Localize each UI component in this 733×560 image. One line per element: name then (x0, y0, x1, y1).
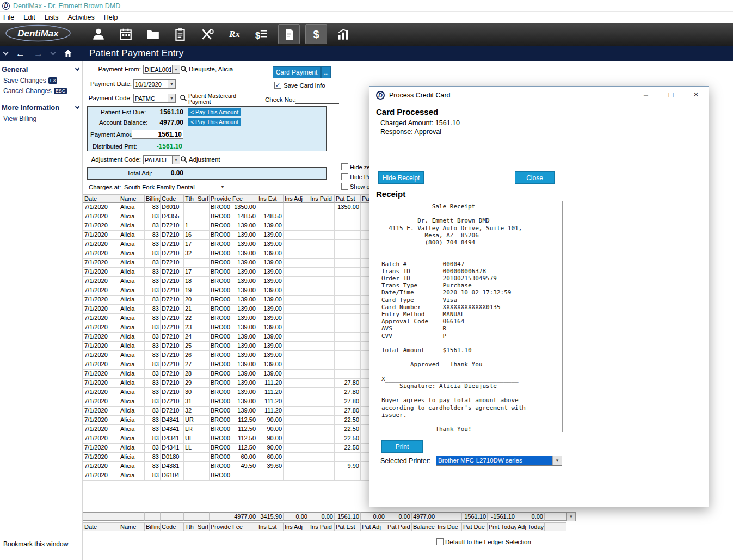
payment-icon[interactable]: $ (305, 24, 327, 44)
selected-printer-combo[interactable]: Brother MFC-L2710DW series ▼ (436, 456, 562, 466)
adjustment-code-dropdown-button[interactable]: ▼ (173, 155, 180, 164)
printer-dropdown-button[interactable]: ▼ (552, 456, 562, 465)
grid-cell: D7210 (161, 305, 184, 314)
forward-arrow-icon[interactable]: → (34, 49, 43, 58)
grid-cell: 7/1/2020 (83, 277, 119, 286)
ledger-icon[interactable]: $ (251, 24, 273, 44)
payment-code-input[interactable] (133, 94, 168, 103)
documents-icon[interactable] (142, 24, 164, 44)
maximize-button[interactable]: □ (658, 87, 683, 103)
grid-cell: 139.00 (257, 277, 284, 286)
adjustment-code-search-icon[interactable] (180, 156, 188, 165)
menu-item-file[interactable]: File (3, 14, 14, 21)
grid-cell: BRO00 (210, 221, 231, 231)
grid-cell (284, 277, 309, 286)
payment-amount-input[interactable] (132, 130, 183, 139)
grid-cell: 83 (145, 444, 161, 453)
hide-receipt-button[interactable]: Hide Receipt (378, 171, 424, 184)
statement-icon[interactable] (278, 24, 300, 44)
grid-cell: D4341 (161, 444, 184, 453)
total-adj-label: Total Adj: (109, 170, 152, 176)
grid-cell (196, 203, 210, 212)
default-ledger-checkbox[interactable] (436, 538, 444, 545)
card-payment-button[interactable]: Card Payment (273, 66, 321, 78)
forward-history-chevron-icon[interactable] (51, 50, 56, 55)
schedule-icon[interactable] (115, 24, 137, 44)
payment-code-dropdown-button[interactable]: ▼ (168, 94, 176, 103)
clipboard-icon[interactable] (169, 24, 191, 44)
nav-dropdown-chevron-icon[interactable] (3, 50, 9, 55)
grid-cell (196, 268, 210, 277)
grid-cell: Alicia (119, 221, 145, 231)
view-billing-label: View Billing (3, 115, 36, 122)
reports-icon[interactable] (332, 24, 354, 44)
grid-cell: 1350.00 (335, 203, 361, 212)
grid-cell: LL (184, 444, 196, 453)
hide-zero-label: Hide ze (350, 164, 370, 170)
payment-date-input[interactable] (133, 79, 168, 89)
sidebar-item-view-billing[interactable]: View Billing (0, 113, 82, 124)
sidebar-item-cancel-changes[interactable]: Cancel Changes ESC (0, 85, 82, 96)
grid-cell (309, 268, 335, 277)
adjustment-code-input[interactable] (143, 155, 173, 164)
hide-pe-checkbox[interactable] (341, 173, 348, 180)
home-icon[interactable] (63, 48, 73, 58)
menu-item-edit[interactable]: Edit (23, 14, 35, 21)
svg-text:DentiMax: DentiMax (17, 28, 59, 39)
pay-account-balance-button[interactable]: < Pay This Amount (188, 118, 241, 126)
save-card-info-checkbox[interactable]: ✓ (274, 82, 281, 89)
close-button[interactable]: Close (515, 171, 555, 184)
grid-cell (335, 277, 361, 286)
card-payment-options-button[interactable]: ... (321, 66, 331, 78)
grid-cell: 7/1/2020 (83, 342, 119, 351)
grid-cell (335, 249, 361, 259)
check-no-input[interactable] (295, 96, 339, 104)
grid-cell (184, 471, 196, 481)
pay-patient-est-due-button[interactable]: < Pay This Amount (188, 108, 241, 116)
grid-cell: 83 (145, 360, 161, 370)
menu-item-help[interactable]: Help (104, 14, 118, 21)
dialog-titlebar[interactable]: D Process Credit Card – □ × (369, 87, 709, 103)
payment-code-search-icon[interactable] (180, 94, 187, 104)
grid-cell: 83 (145, 203, 161, 212)
menu-item-activities[interactable]: Activities (67, 14, 94, 21)
minimize-button[interactable]: – (633, 87, 658, 103)
sidebar-section-general[interactable]: General (0, 64, 82, 75)
patient-icon[interactable] (88, 24, 109, 44)
grid-cell: 90.00 (257, 434, 284, 444)
grid-cell (284, 351, 309, 360)
charges-at-dropdown-button[interactable]: ▼ (220, 184, 225, 189)
grid-cell (309, 286, 335, 296)
grid-scroll-down-button[interactable]: ▼ (566, 512, 576, 521)
charges-at-value[interactable]: South Fork Family Dental (124, 184, 195, 190)
grid-cell: BRO00 (210, 268, 231, 277)
grid-cell (196, 407, 210, 416)
grid-cell: Alicia (119, 249, 145, 259)
payment-from-input[interactable] (143, 65, 173, 74)
hide-zero-checkbox[interactable] (341, 163, 348, 170)
grid-cell: 139.00 (257, 360, 284, 370)
grid-cell: 0.00 (284, 512, 309, 521)
grid-cell (196, 333, 210, 342)
menu-item-lists[interactable]: Lists (45, 14, 59, 21)
treatment-icon[interactable] (196, 24, 218, 44)
grid-cell (284, 342, 309, 351)
bookmark-this-window[interactable]: Bookmark this window (3, 540, 68, 548)
prescription-icon[interactable]: Rx (224, 24, 245, 44)
show-o-checkbox[interactable] (341, 183, 348, 190)
grid-cell: 83 (145, 296, 161, 305)
close-window-button[interactable]: × (683, 87, 709, 103)
payment-from-search-icon[interactable] (180, 65, 188, 75)
grid-cell: 1561.10 (335, 512, 361, 521)
grid-cell: 0.00 (361, 512, 386, 521)
back-arrow-icon[interactable]: ← (16, 49, 25, 58)
sidebar-section-more-information[interactable]: More Information (0, 102, 82, 113)
payment-from-dropdown-button[interactable]: ▼ (173, 65, 180, 74)
sidebar-item-save-changes[interactable]: Save Changes F3 (0, 75, 82, 85)
grid-cell: 1561.10 (462, 512, 488, 521)
payment-date-dropdown-button[interactable]: ▼ (168, 79, 176, 89)
column-header: Surf (196, 522, 210, 531)
grid-cell (284, 212, 309, 221)
grid-cell: D7210 (161, 221, 184, 231)
print-button[interactable]: Print (381, 440, 423, 453)
